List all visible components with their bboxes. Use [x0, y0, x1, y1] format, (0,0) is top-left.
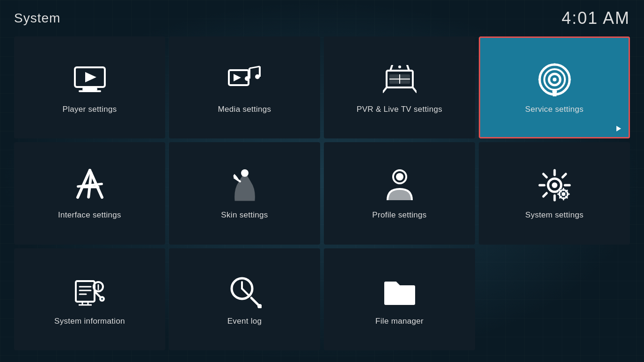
settings-grid: Player settings Media settings PVR & Liv… — [0, 33, 644, 360]
svg-line-52 — [566, 196, 567, 198]
tile-label-file-manager: File manager — [375, 317, 424, 326]
svg-point-10 — [255, 74, 260, 79]
service-icon — [536, 61, 573, 98]
svg-point-35 — [552, 182, 557, 188]
pvr-icon — [381, 61, 418, 98]
tile-system-information[interactable]: System information — [14, 248, 165, 350]
skin-icon — [226, 167, 263, 204]
tile-label-skin-settings: Skin settings — [221, 210, 268, 220]
eventlog-icon — [226, 273, 263, 310]
tile-label-system-settings: System settings — [525, 210, 584, 220]
player-icon — [71, 61, 109, 98]
tile-pvr-settings[interactable]: PVR & Live TV settings — [324, 36, 475, 138]
systemsettings-icon — [536, 167, 573, 204]
svg-line-53 — [566, 190, 567, 192]
tile-media-settings[interactable]: Media settings — [169, 36, 320, 138]
tile-label-profile-settings: Profile settings — [372, 210, 426, 220]
svg-marker-5 — [234, 74, 241, 81]
tile-interface-settings[interactable]: Interface settings — [14, 142, 165, 244]
svg-point-33 — [396, 173, 403, 181]
tile-profile-settings[interactable]: Profile settings — [324, 142, 475, 244]
tile-file-manager[interactable]: File manager — [324, 248, 475, 350]
svg-point-16 — [398, 65, 401, 68]
tile-label-interface-settings: Interface settings — [58, 210, 121, 220]
filemanager-icon — [381, 273, 418, 310]
svg-line-54 — [560, 196, 561, 198]
svg-line-43 — [543, 193, 547, 196]
tile-label-event-log: Event log — [227, 317, 262, 326]
tile-player-settings[interactable]: Player settings — [14, 36, 165, 138]
tile-system-settings[interactable]: System settings — [479, 142, 630, 244]
tile-label-player-settings: Player settings — [63, 105, 117, 114]
svg-marker-3 — [85, 72, 96, 82]
svg-line-51 — [560, 190, 561, 192]
app-title: System — [14, 11, 60, 26]
profile-icon — [381, 167, 418, 204]
svg-point-21 — [553, 78, 556, 81]
svg-rect-1 — [82, 88, 97, 90]
svg-point-46 — [562, 192, 565, 196]
tile-event-log[interactable]: Event log — [169, 248, 320, 350]
interface-icon — [71, 167, 109, 204]
tile-label-pvr-settings: PVR & Live TV settings — [357, 105, 442, 114]
svg-rect-55 — [76, 281, 95, 302]
svg-line-12 — [383, 87, 387, 92]
tile-label-media-settings: Media settings — [218, 105, 271, 114]
svg-rect-2 — [79, 90, 101, 92]
svg-rect-23 — [553, 92, 556, 96]
svg-line-42 — [563, 174, 566, 177]
tile-label-service-settings: Service settings — [525, 105, 584, 114]
header: System 4:01 AM — [0, 0, 644, 33]
svg-line-71 — [242, 289, 249, 295]
svg-line-7 — [249, 66, 260, 68]
tile-skin-settings[interactable]: Skin settings — [169, 142, 320, 244]
clock: 4:01 AM — [562, 8, 630, 28]
svg-point-9 — [245, 76, 249, 81]
svg-line-13 — [413, 87, 417, 92]
sysinfo-icon — [71, 273, 109, 310]
tile-label-system-information: System information — [54, 317, 125, 326]
media-icon — [226, 61, 263, 98]
tile-service-settings[interactable]: Service settings — [479, 36, 630, 138]
svg-point-68 — [101, 298, 103, 300]
svg-line-40 — [543, 174, 547, 177]
